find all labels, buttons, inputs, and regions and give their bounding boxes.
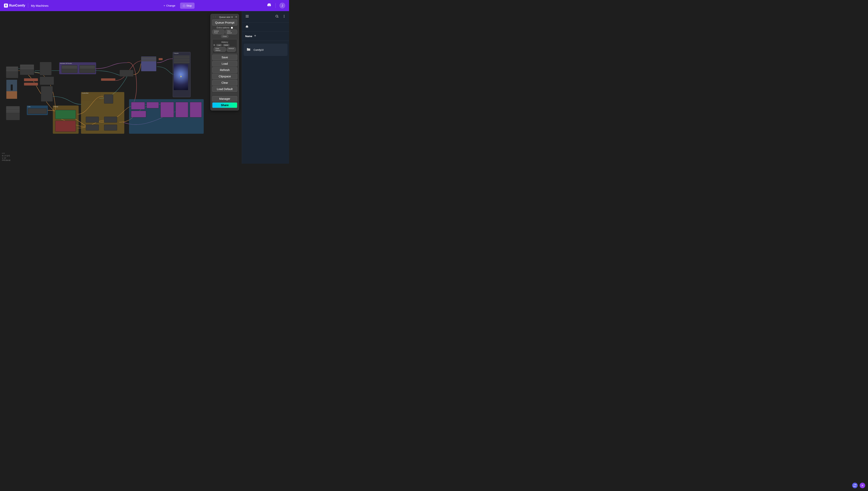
slot xyxy=(20,68,34,69)
wires xyxy=(0,11,242,164)
sidebar-home[interactable] xyxy=(242,22,289,32)
svg-point-6 xyxy=(284,16,284,17)
node-prompt-neg[interactable] xyxy=(55,121,76,132)
node-anim1[interactable] xyxy=(61,65,77,73)
svg-point-5 xyxy=(284,15,284,16)
gear-icon[interactable]: ⚙ xyxy=(235,16,237,18)
node-load-image[interactable] xyxy=(6,66,18,78)
change-label: Change xyxy=(166,4,175,7)
node-cn4[interactable] xyxy=(104,124,117,131)
node-checkpoint[interactable] xyxy=(6,106,20,120)
node-red3[interactable] xyxy=(101,78,115,81)
canvas-area[interactable]: Animate Diff Nodes ControlNet Lora Promp… xyxy=(0,11,242,164)
history-label: History xyxy=(214,41,236,43)
stop-label: Stop xyxy=(186,4,192,7)
my-machines-link[interactable]: My Machines xyxy=(31,4,49,7)
node-red4[interactable] xyxy=(158,58,163,60)
slot xyxy=(141,60,156,61)
group-title: Prompt xyxy=(53,106,79,108)
node-red1[interactable] xyxy=(24,78,38,81)
load-default-button[interactable]: Load Default xyxy=(212,86,237,92)
slot xyxy=(6,68,18,69)
node-d[interactable] xyxy=(41,86,53,102)
slot xyxy=(6,110,20,111)
clear-history-button[interactable]: Clear History xyxy=(214,47,226,52)
sort-up-icon[interactable] xyxy=(254,34,256,38)
avatar[interactable]: J xyxy=(279,3,285,8)
share-button[interactable]: Share xyxy=(212,103,237,108)
slot xyxy=(6,67,18,68)
sidebar-column-header[interactable]: Name xyxy=(242,32,289,41)
node-a[interactable] xyxy=(20,64,34,75)
slot xyxy=(20,65,34,66)
logo[interactable]: R RunComfy xyxy=(4,4,25,7)
stop-button[interactable]: ▢ Stop xyxy=(180,3,195,9)
menu-icon[interactable] xyxy=(245,14,249,19)
extra-options-checkbox[interactable] xyxy=(231,27,233,29)
node-hr2[interactable] xyxy=(146,102,159,108)
sidebar-topbar xyxy=(242,11,289,22)
control-panel[interactable]: ⋮⋮ Queue size: 0 ⚙ Queue Prompt Extra op… xyxy=(211,14,239,111)
save-button[interactable]: Save xyxy=(212,55,237,60)
stat-fps: FPS:56.82 xyxy=(2,159,10,162)
node-cn1[interactable] xyxy=(86,117,99,123)
canvas-stats: I: 0 N: 17 [17] V: 37 FPS:56.82 xyxy=(2,152,10,162)
output-preview-image[interactable] xyxy=(174,64,188,90)
folder-item-comfyui[interactable]: ComfyUI xyxy=(244,44,288,56)
group-title: Animate Diff Nodes xyxy=(59,62,96,64)
node-hr4[interactable] xyxy=(160,102,174,117)
slot xyxy=(20,66,34,68)
header-left: R RunComfy My Machines xyxy=(4,3,49,8)
input-image-thumbnail[interactable] xyxy=(6,80,17,99)
stop-icon: ▢ xyxy=(183,4,185,7)
logo-icon: R xyxy=(4,4,8,7)
name-column-label: Name xyxy=(245,35,252,38)
node-cn3[interactable] xyxy=(86,124,99,131)
clipspace-button[interactable]: Clipspace xyxy=(212,74,237,79)
folder-name: ComfyUI xyxy=(253,49,264,51)
slot xyxy=(141,57,156,58)
search-icon[interactable] xyxy=(275,15,279,19)
queue-front-button[interactable]: Queue Front xyxy=(212,30,224,34)
node-hr5[interactable] xyxy=(175,102,188,117)
node-cn2[interactable] xyxy=(104,117,117,123)
node-red2[interactable] xyxy=(24,83,38,86)
refresh-button[interactable]: Refresh xyxy=(212,67,237,73)
extra-options-row: Extra options xyxy=(212,26,237,29)
slot xyxy=(62,66,77,67)
refresh-history-button[interactable]: Refresh xyxy=(227,47,236,52)
group-outputs[interactable]: Outputs xyxy=(173,52,191,97)
clear-button[interactable]: Clear xyxy=(212,80,237,86)
stat-v: V: 37 xyxy=(2,157,10,160)
node-cn-preview[interactable] xyxy=(104,94,113,104)
drag-handle-icon[interactable]: ⋮⋮ xyxy=(212,16,217,18)
more-icon[interactable] xyxy=(282,15,286,19)
queue-size-label: Queue size: 0 xyxy=(219,16,233,18)
top-header: R RunComfy My Machines + Change ▢ Stop J xyxy=(0,0,289,11)
history-delete-button[interactable]: Delete xyxy=(223,44,229,46)
load-button[interactable]: Load xyxy=(212,61,237,66)
change-button[interactable]: + Change xyxy=(161,3,178,9)
slot xyxy=(6,108,20,109)
history-load-button[interactable]: Load xyxy=(216,44,222,46)
node-hr6[interactable] xyxy=(190,102,202,117)
output-slot xyxy=(174,57,190,58)
stat-n: N: 17 [17] xyxy=(2,155,10,157)
node-sampler[interactable] xyxy=(141,56,157,71)
node-hr3[interactable] xyxy=(131,111,146,117)
queue-prompt-button[interactable]: Queue Prompt xyxy=(212,20,237,26)
node-prompt-pos[interactable] xyxy=(55,110,76,119)
node-hr1[interactable] xyxy=(131,102,145,110)
discord-icon[interactable] xyxy=(267,3,271,8)
node-graph[interactable]: Animate Diff Nodes ControlNet Lora Promp… xyxy=(0,11,242,164)
output-slot xyxy=(174,60,190,61)
svg-point-3 xyxy=(276,15,278,17)
node-b[interactable] xyxy=(40,62,52,76)
node-anim2[interactable] xyxy=(79,65,95,73)
node-e[interactable] xyxy=(119,70,133,77)
close-panel-button[interactable]: Close xyxy=(221,35,228,38)
node-lora[interactable] xyxy=(28,108,47,114)
view-queue-button[interactable]: View Queue xyxy=(225,30,237,34)
manager-button[interactable]: Manager xyxy=(212,96,237,102)
node-c[interactable] xyxy=(40,77,54,85)
